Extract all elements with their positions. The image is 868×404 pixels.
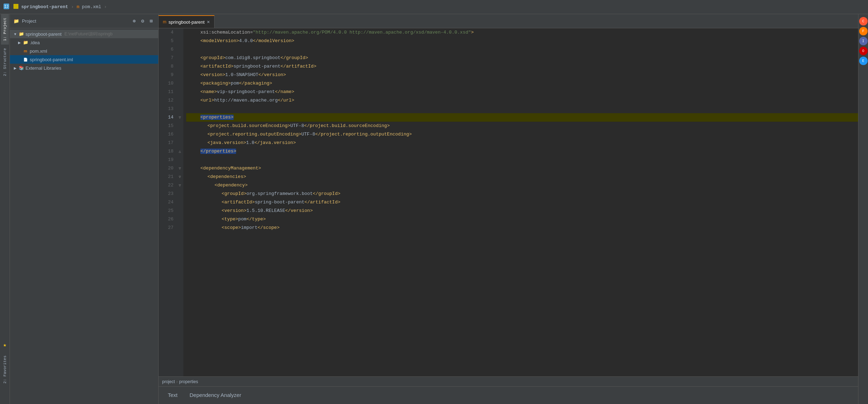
bottom-tab-dependency[interactable]: Dependency Analyzer bbox=[184, 389, 247, 402]
line-24-content: <artifactId>spring-boot-parent</artifact… bbox=[186, 198, 341, 207]
fold-4 bbox=[176, 28, 183, 37]
line-num-13: 13 bbox=[161, 105, 173, 113]
line-num-17: 17 bbox=[161, 139, 173, 147]
ie-icon[interactable]: I bbox=[859, 37, 868, 45]
firefox-icon[interactable]: F bbox=[859, 27, 868, 35]
line-num-4: 4 bbox=[161, 28, 173, 37]
breadcrumb-project: project bbox=[162, 379, 175, 384]
line-num-25: 25 bbox=[161, 207, 173, 215]
line-20-content: <dependencyManagement> bbox=[186, 164, 261, 173]
code-line-4: xsi:schemaLocation="http://maven.apache.… bbox=[186, 28, 858, 37]
fold-19 bbox=[176, 156, 183, 164]
tree-root-item[interactable]: ▼ 📁 springboot-parent E:\netFuture\源码\sp… bbox=[10, 30, 158, 38]
line-23-content: <groupId>org.springframework.boot</group… bbox=[186, 190, 341, 198]
line-21-content: <dependencies> bbox=[186, 173, 246, 181]
tree-item-pom[interactable]: ▶ m pom.xml bbox=[10, 47, 158, 55]
expand-icon[interactable]: ⊞ bbox=[148, 18, 155, 25]
code-line-26: <type>pom</type> bbox=[186, 215, 858, 224]
project-icon bbox=[13, 4, 18, 10]
code-line-6 bbox=[186, 45, 858, 54]
pom-icon: m bbox=[76, 4, 79, 10]
tab-pom-label: springboot-parent bbox=[169, 19, 205, 25]
line-num-10: 10 bbox=[161, 79, 173, 88]
line-num-14: 14 bbox=[161, 113, 173, 122]
line-num-6: 6 bbox=[161, 45, 173, 54]
code-line-14: <properties> bbox=[186, 113, 858, 122]
fold-5 bbox=[176, 37, 183, 45]
fold-6 bbox=[176, 45, 183, 54]
code-line-17: <java.version>1.8</java.version> bbox=[186, 139, 858, 147]
line-12-content: <url>http://maven.apache.org</url> bbox=[186, 96, 294, 105]
breadcrumb-properties: properties bbox=[179, 379, 198, 384]
fold-25 bbox=[176, 207, 183, 215]
line-num-22: 22 bbox=[161, 181, 173, 190]
line-num-7: 7 bbox=[161, 54, 173, 62]
code-content[interactable]: xsi:schemaLocation="http://maven.apache.… bbox=[183, 28, 858, 376]
fold-21[interactable]: ▽ bbox=[176, 173, 183, 181]
sidebar-tab-project[interactable]: 1: Project bbox=[1, 14, 9, 45]
chrome-icon[interactable]: C bbox=[859, 17, 868, 25]
line-numbers: 4 5 6 7 8 9 10 11 12 13 14 15 16 17 18 1… bbox=[159, 28, 176, 376]
favorites-sidebar: ★ 2: Favorites bbox=[0, 339, 10, 390]
line-11-content: <name>vip-springboot-parent</name> bbox=[186, 88, 294, 96]
fold-17 bbox=[176, 139, 183, 147]
fold-14[interactable]: ▽ bbox=[176, 113, 183, 122]
svg-rect-2 bbox=[13, 4, 18, 9]
status-bar: project › properties bbox=[159, 376, 858, 386]
svg-text:IJ: IJ bbox=[4, 5, 8, 8]
code-line-25: <version>1.5.10.RELEASE</version> bbox=[186, 207, 858, 215]
sync-icon[interactable]: ⊕ bbox=[131, 18, 138, 25]
favorites-star-icon[interactable]: ★ bbox=[3, 341, 7, 348]
title-sep1: › bbox=[71, 4, 74, 10]
opera-icon[interactable]: O bbox=[859, 47, 868, 55]
editor-tabs: m springboot-parent ✕ bbox=[159, 14, 858, 28]
line-num-23: 23 bbox=[161, 190, 173, 198]
fold-20[interactable]: ▽ bbox=[176, 164, 183, 173]
fold-13 bbox=[176, 105, 183, 113]
settings-icon[interactable]: ⚙ bbox=[139, 18, 146, 25]
tab-pom-icon: m bbox=[163, 19, 166, 24]
edge-icon[interactable]: E bbox=[859, 57, 868, 65]
root-arrow: ▼ bbox=[13, 31, 18, 36]
bottom-tab-dependency-label: Dependency Analyzer bbox=[190, 392, 241, 398]
bottom-tabs: Text Dependency Analyzer bbox=[159, 386, 858, 404]
root-label: springboot-parent bbox=[25, 31, 62, 37]
tree-item-ext-libs[interactable]: ▶ 📚 External Libraries bbox=[10, 64, 158, 72]
root-folder-icon: 📁 bbox=[18, 31, 24, 37]
line-num-21: 21 bbox=[161, 173, 173, 181]
sidebar-tab-structure[interactable]: 2: Structure bbox=[1, 45, 9, 80]
bottom-tab-text[interactable]: Text bbox=[162, 389, 183, 402]
line-16-content: <project.reporting.outputEncoding>UTF-8<… bbox=[186, 130, 412, 139]
fold-27 bbox=[176, 224, 183, 232]
line-num-26: 26 bbox=[161, 215, 173, 224]
line-9-content: <version>1.0-SNAPSHOT</version> bbox=[186, 71, 286, 79]
fold-18[interactable]: △ bbox=[176, 147, 183, 156]
line-26-content: <type>pom</type> bbox=[186, 215, 266, 224]
line-num-8: 8 bbox=[161, 62, 173, 71]
project-panel: 📁 Project ⊕ ⚙ ⊞ ▼ 📁 springboot-parent E:… bbox=[10, 14, 159, 404]
tab-close-icon[interactable]: ✕ bbox=[207, 20, 210, 24]
code-line-27: <scope>import</scope> bbox=[186, 224, 858, 232]
fold-12 bbox=[176, 96, 183, 105]
file-tree: ▼ 📁 springboot-parent E:\netFuture\源码\sp… bbox=[10, 28, 158, 404]
fold-11 bbox=[176, 88, 183, 96]
right-vertical-tabs: C F I O E bbox=[858, 14, 868, 404]
fold-22[interactable]: ▽ bbox=[176, 181, 183, 190]
fold-9 bbox=[176, 71, 183, 79]
sidebar-tab-favorites[interactable]: 2: Favorites bbox=[1, 352, 9, 387]
code-line-21: <dependencies> bbox=[186, 173, 858, 181]
code-line-23: <groupId>org.springframework.boot</group… bbox=[186, 190, 858, 198]
editor-tab-pom[interactable]: m springboot-parent ✕ bbox=[159, 15, 215, 28]
fold-10 bbox=[176, 79, 183, 88]
code-line-22: <dependency> bbox=[186, 181, 858, 190]
pom-label: pom.xml bbox=[30, 48, 47, 54]
idea-icon: 📁 bbox=[23, 40, 28, 45]
code-line-24: <artifactId>spring-boot-parent</artifact… bbox=[186, 198, 858, 207]
tree-item-idea[interactable]: ▶ 📁 .idea bbox=[10, 38, 158, 47]
line-num-16: 16 bbox=[161, 130, 173, 139]
breadcrumb-sep1: › bbox=[176, 379, 178, 384]
title-sep2: › bbox=[104, 4, 107, 10]
title-breadcrumb: springboot-parent › m pom.xml › bbox=[12, 4, 108, 10]
tree-item-iml[interactable]: ▶ 📄 springboot-parent.iml bbox=[10, 55, 158, 64]
code-line-16: <project.reporting.outputEncoding>UTF-8<… bbox=[186, 130, 858, 139]
